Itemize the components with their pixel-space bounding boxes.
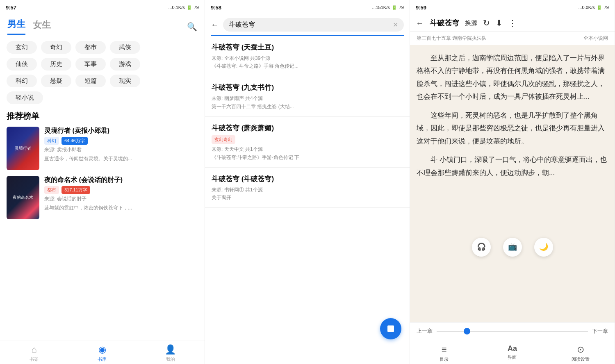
genre-military[interactable]: 军事: [75, 58, 106, 71]
more-icon[interactable]: ⋮: [508, 18, 517, 28]
nav-bookshelf[interactable]: ⌂ 书架: [0, 344, 68, 362]
progress-track[interactable]: [437, 331, 588, 332]
genre-mystery[interactable]: 悬疑: [41, 75, 71, 87]
signal-1: ...0.1K/s: [168, 5, 184, 10]
reader-nav-settings[interactable]: ⊙ 阅读设置: [547, 344, 615, 362]
book-info-2: 夜的命名术 (会说话的肘子) 都市 317.11万字 来源: 会说话的肘子 蓝与…: [44, 176, 198, 219]
panel-search: 9:58 ...151K/s 🔋 79 ← ✕ 斗破苍穹 (天蚕土豆) 来源: …: [205, 0, 410, 364]
search-icon[interactable]: 🔍: [187, 22, 197, 32]
progress-thumb[interactable]: [464, 328, 470, 334]
content-para-2: 这些年间，死灵树的恶名，也是几乎扩散到了整个黑角域，因此，即使是那些穷凶极恶之徒…: [417, 109, 608, 148]
panel-library: 9:57 ...0.1K/s 🔋 79 男生 女生 🔍 玄幻 奇幻 都市 武侠 …: [0, 0, 205, 364]
night-mode-icon[interactable]: 🌙: [534, 238, 553, 257]
battery-2: 79: [399, 5, 404, 10]
reader-nav-toc[interactable]: ≡ 目录: [410, 344, 478, 362]
book-cover-2: 夜的命名术: [7, 176, 39, 219]
book-desc-2: 蓝与紫的霓虹中，浓密的钢铁苍穹下，...: [44, 204, 198, 212]
search-result-4[interactable]: 斗破苍穹 (斗破苍穹) 来源: 书轩网① 共1个源 关于离开: [205, 168, 410, 208]
nav-male[interactable]: 男生: [7, 18, 25, 35]
result-source1-4: 来源: 书轩网① 共1个源: [212, 186, 403, 194]
genre-reality[interactable]: 现实: [110, 75, 140, 87]
bookshelf-label: 书架: [30, 356, 39, 362]
reader-book-title: 斗破苍穹: [430, 18, 459, 28]
result-title-4: 斗破苍穹 (斗破苍穹): [212, 174, 403, 184]
ui-icon: Aa: [508, 344, 517, 353]
genre-light[interactable]: 轻小说: [7, 91, 43, 104]
genre-tag-2: 都市: [44, 186, 59, 194]
genre-short[interactable]: 短篇: [75, 75, 106, 87]
book-item-1[interactable]: 灵境行者 灵境行者 (卖报小郎君) 科幻 64.46万字 来源: 卖报小郎君 亘…: [7, 127, 198, 170]
genre-tag-1: 科幻: [44, 137, 59, 145]
result-source2-1: 《斗破苍穹: 斗帝之路》手游·角色传记...: [212, 62, 403, 70]
reader-nav-ui[interactable]: Aa 界面: [478, 344, 546, 362]
content-para-3: 斗 小镇门口，深吸了一口气，将心中的寒意驱逐而出，也不理会那些踌躇前来的人，便迈…: [417, 153, 608, 179]
genre-xuanhuan[interactable]: 玄幻: [7, 41, 37, 54]
ui-label: 界面: [508, 354, 517, 360]
search-input[interactable]: [229, 21, 390, 29]
fab-stop-button[interactable]: [380, 318, 401, 339]
nav-booklibrary[interactable]: ◉ 书库: [68, 344, 136, 362]
next-chapter-btn[interactable]: 下一章: [592, 328, 608, 335]
reader-bottom-nav: ≡ 目录 Aa 界面 ⊙ 阅读设置: [410, 340, 615, 364]
genre-dushi[interactable]: 都市: [75, 41, 106, 54]
result-title-2: 斗破苍穹 (九支书竹): [212, 83, 403, 92]
status-right-1: ...0.1K/s 🔋 79: [168, 5, 199, 10]
status-right-3: ...0.0K/s 🔋 79: [578, 5, 609, 10]
reader-content: 至从那之后，迦南学院周边范围，便是陷入了一片与外界格格不入的宁静地带，再没有任何…: [410, 45, 615, 322]
book-item-2[interactable]: 夜的命名术 夜的命名术 (会说话的肘子) 都市 317.11万字 来源: 会说话…: [7, 176, 198, 219]
genre-qihuan[interactable]: 奇幻: [41, 41, 71, 54]
genre-wuxia[interactable]: 武侠: [110, 41, 140, 54]
nav-female[interactable]: 女生: [33, 19, 51, 34]
video-icon[interactable]: 📺: [503, 238, 522, 257]
battery-icon-2: 🔋: [392, 5, 397, 10]
search-result-1[interactable]: 斗破苍穹 (天蚕土豆) 来源: 全本小说网 共39个源 《斗破苍穹: 斗帝之路》…: [205, 36, 410, 76]
battery-icon-3: 🔋: [597, 5, 602, 10]
search-result-3[interactable]: 斗破苍穹 (萧炎萧媚) 玄幻奇幻 来源: 天天中文 共1个源 《斗破苍穹:斗帝之…: [205, 117, 410, 168]
time-2: 9:58: [211, 5, 221, 11]
words-tag-2: 317.11万字: [61, 186, 90, 194]
book-source-1: 来源: 卖报小郎君: [44, 146, 198, 153]
search-header: ← ✕: [205, 15, 410, 35]
search-result-2[interactable]: 斗破苍穹 (九支书竹) 来源: 幽梦雨声 共4个源 第一千六百四十二章 摇曳生姿…: [205, 76, 410, 116]
result-source2-4: 关于离开: [212, 194, 403, 202]
genre-scifi[interactable]: 科幻: [7, 75, 37, 87]
mine-icon: 👤: [165, 344, 176, 355]
search-clear-icon[interactable]: ✕: [393, 21, 398, 29]
toc-icon: ≡: [442, 344, 447, 355]
book-desc-1: 亘古通今，传闻世有灵境。关于灵境的...: [44, 155, 198, 162]
back-button-2[interactable]: ←: [211, 20, 219, 30]
status-right-2: ...151K/s 🔋 79: [372, 5, 404, 10]
audio-icon[interactable]: 🎧: [472, 238, 491, 257]
reader-progress: 上一章 下一章: [410, 322, 615, 340]
chapter-meta: 第三百七十五章 迦南学院执法队 全本小说网: [410, 32, 615, 45]
status-bar-1: 9:57 ...0.1K/s 🔋 79: [0, 0, 205, 15]
genre-xianxia[interactable]: 仙侠: [7, 58, 37, 71]
result-source1-3: 来源: 天天中文 共1个源: [212, 146, 403, 153]
nav-header-1: 男生 女生 🔍: [0, 15, 205, 35]
prev-chapter-btn[interactable]: 上一章: [417, 328, 433, 335]
time-3: 9:59: [416, 5, 426, 11]
battery-icon-1: 🔋: [187, 5, 192, 10]
bottom-nav-1: ⌂ 书架 ◉ 书库 👤 我的: [0, 341, 205, 364]
genre-game[interactable]: 游戏: [110, 58, 140, 71]
result-source1-1: 来源: 全本小说网 共39个源: [212, 55, 403, 62]
change-source-button[interactable]: 换源: [465, 19, 477, 27]
settings-label: 阅读设置: [572, 356, 590, 362]
genre-row-2: 仙侠 历史 军事 游戏: [7, 58, 198, 71]
search-bar[interactable]: ✕: [223, 18, 404, 32]
genre-history[interactable]: 历史: [41, 58, 71, 71]
result-meta-1: 来源: 全本小说网 共39个源 《斗破苍穹: 斗帝之路》手游·角色传记...: [212, 55, 403, 70]
time-1: 9:57: [6, 5, 16, 11]
overlay-icons: 🎧 📺 🌙: [410, 238, 615, 257]
refresh-icon[interactable]: ↻: [483, 18, 490, 28]
settings-icon: ⊙: [577, 344, 584, 355]
back-button-3[interactable]: ←: [416, 18, 424, 28]
genre-row-1: 玄幻 奇幻 都市 武侠: [7, 41, 198, 54]
fab-stop-icon: [387, 325, 394, 332]
nav-mine[interactable]: 👤 我的: [137, 344, 205, 362]
genre-row-3: 科幻 悬疑 短篇 现实: [7, 75, 198, 87]
book-info-1: 灵境行者 (卖报小郎君) 科幻 64.46万字 来源: 卖报小郎君 亘古通今，传…: [44, 127, 198, 170]
download-icon[interactable]: ⬇: [496, 18, 503, 28]
bookshelf-icon: ⌂: [32, 344, 37, 355]
result-tag-3: 玄幻奇幻: [212, 135, 235, 144]
